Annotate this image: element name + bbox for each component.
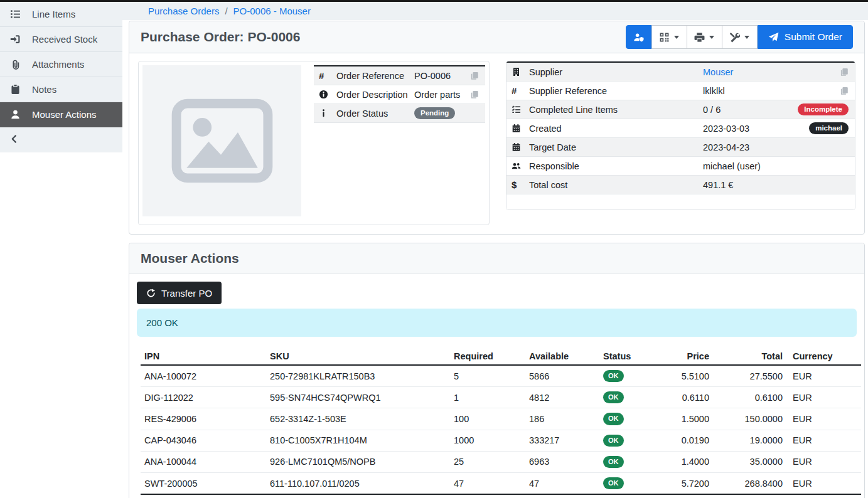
- copy-icon[interactable]: [470, 90, 479, 99]
- table-row: RES-429006652-3314Z-1-503E100186OK1.5000…: [141, 408, 861, 430]
- detail-value: Mouser: [703, 67, 733, 77]
- available-cell: 47: [525, 472, 599, 494]
- copy-icon[interactable]: [840, 68, 849, 77]
- total-cell: 0.6100: [713, 387, 786, 408]
- status-badge-ok: OK: [603, 413, 624, 425]
- mouser-actions-panel-body: Transfer PO 200 OK IPNSKURequiredAvailab…: [129, 273, 864, 498]
- transfer-po-label: Transfer PO: [161, 288, 212, 299]
- currency-cell: EUR: [786, 451, 861, 472]
- column-header-status: Status: [599, 348, 662, 365]
- submit-order-button[interactable]: Submit Order: [758, 25, 853, 49]
- sidebar-item-attachments[interactable]: Attachments: [0, 52, 122, 77]
- supplier-details-table: SupplierMouser#Supplier Referencelklklkl…: [506, 61, 855, 194]
- admin-button[interactable]: [626, 25, 652, 49]
- status-cell: OK: [599, 387, 662, 408]
- status-cell: OK: [599, 451, 662, 472]
- supplier-details-card: SupplierMouser#Supplier Referencelklklkl…: [506, 61, 855, 210]
- dollar-icon: $: [512, 179, 529, 190]
- calendar-icon: [512, 142, 529, 152]
- sidebar-item-mouser-actions[interactable]: Mouser Actions: [0, 102, 122, 127]
- copy-icon[interactable]: [840, 87, 849, 95]
- sku-cell: 652-3314Z-1-503E: [266, 408, 450, 430]
- detail-value: 491.1 €: [703, 180, 733, 190]
- detail-row-target-date: Target Date2023-04-23: [506, 138, 855, 157]
- sidebar-item-line-items[interactable]: Line Items: [0, 2, 122, 27]
- available-cell: 186: [525, 408, 599, 430]
- total-row-label: Total: [141, 494, 266, 498]
- available-cell: 5866: [525, 365, 599, 387]
- line-items-table: IPNSKURequiredAvailableStatusPriceTotalC…: [141, 348, 861, 498]
- required-cell: 1000: [450, 430, 525, 451]
- copy-icon[interactable]: [470, 72, 479, 80]
- sidebar-item-notes[interactable]: Notes: [0, 77, 122, 102]
- detail-value: PO-0006: [414, 71, 451, 81]
- transfer-po-button[interactable]: Transfer PO: [137, 282, 222, 304]
- paper-plane-icon: [768, 32, 779, 43]
- supplier-link[interactable]: Mouser: [703, 67, 733, 77]
- printer-icon: [694, 32, 705, 43]
- detail-label: Created: [529, 124, 703, 134]
- breadcrumb: Purchase Orders / PO-0006 - Mouser: [122, 2, 868, 20]
- purchase-order-panel-header: Purchase Order: PO-0006 Submit Order: [129, 21, 864, 53]
- available-cell: 6963: [525, 451, 599, 472]
- chevron-left-icon: [9, 134, 19, 146]
- detail-row-extras: [840, 68, 850, 77]
- currency-cell: EUR: [786, 408, 861, 430]
- status-cell: OK: [599, 472, 662, 494]
- detail-label: Order Status: [336, 109, 414, 119]
- order-actions-menu-button[interactable]: [722, 25, 758, 49]
- column-header-ipn: IPN: [141, 348, 266, 365]
- caret-down-icon: [709, 36, 714, 39]
- detail-row-completed-line-items: Completed Line Items0 / 6Incomplete: [506, 100, 855, 119]
- sku-cell: 595-SN74HCS74QPWRQ1: [266, 387, 450, 408]
- mouser-actions-title: Mouser Actions: [141, 251, 239, 266]
- info-icon: [319, 109, 336, 118]
- column-header-currency: Currency: [786, 348, 861, 365]
- order-details-table: #Order ReferencePO-0006Order Description…: [314, 65, 485, 123]
- total-cell: 150.0000: [713, 408, 786, 430]
- detail-value: 0 / 6: [703, 105, 721, 115]
- price-cell: 1.5000: [662, 408, 713, 430]
- mouser-actions-panel: Mouser Actions Transfer PO 200 OK IPNSKU…: [129, 243, 865, 498]
- paperclip-icon: [9, 59, 21, 70]
- total-cell: 19.0000: [713, 430, 786, 451]
- status-cell: OK: [599, 408, 662, 430]
- sku-cell: 926-LMC7101QM5/NOPB: [266, 451, 450, 472]
- required-cell: 25: [450, 451, 525, 472]
- detail-row-supplier: SupplierMouser: [506, 63, 855, 82]
- caret-down-icon: [674, 36, 679, 39]
- detail-value: 2023-03-03: [703, 124, 749, 134]
- tools-icon: [729, 32, 740, 43]
- column-header-total: Total: [713, 348, 786, 365]
- detail-row-extras: [840, 87, 850, 95]
- list-ol-icon: [9, 9, 21, 19]
- sidebar-item-received-stock[interactable]: Received Stock: [0, 27, 122, 52]
- order-toolbar: Submit Order: [626, 25, 853, 49]
- purchase-order-panel-body: #Order ReferencePO-0006Order Description…: [129, 53, 864, 234]
- detail-row-supplier-reference: #Supplier Referencelklklkl: [506, 82, 855, 100]
- required-cell: 5: [450, 365, 525, 387]
- print-menu-button[interactable]: [687, 25, 722, 49]
- status-cell: OK: [599, 430, 662, 451]
- sidebar-collapse-button[interactable]: [0, 127, 122, 152]
- detail-label: Order Description: [336, 90, 414, 100]
- detail-label: Supplier Reference: [529, 86, 703, 96]
- column-header-available: Available: [525, 348, 599, 365]
- total-cell: 268.8400: [713, 472, 786, 494]
- price-cell: 0.0190: [662, 430, 713, 451]
- ipn-cell: CAP-043046: [141, 430, 266, 451]
- barcode-menu-button[interactable]: [651, 25, 687, 49]
- breadcrumb-link-purchase-orders[interactable]: Purchase Orders: [148, 6, 219, 16]
- detail-row-extras: [470, 90, 480, 99]
- available-cell: 333217: [525, 430, 599, 451]
- breadcrumb-current[interactable]: PO-0006 - Mouser: [233, 6, 311, 16]
- purchase-order-panel: Purchase Order: PO-0006 Submit Order #Or…: [129, 21, 865, 235]
- ipn-cell: RES-429006: [141, 408, 266, 430]
- sku-cell: 611-110.107.011/0205: [266, 472, 450, 494]
- status-badge-pending: Pending: [414, 107, 455, 119]
- mouser-actions-panel-header: Mouser Actions: [129, 243, 864, 273]
- status-badge-ok: OK: [603, 435, 624, 447]
- order-image-placeholder[interactable]: [142, 65, 301, 216]
- detail-row-total-cost: $Total cost491.1 €: [506, 176, 855, 194]
- user-shield-icon: [633, 32, 644, 43]
